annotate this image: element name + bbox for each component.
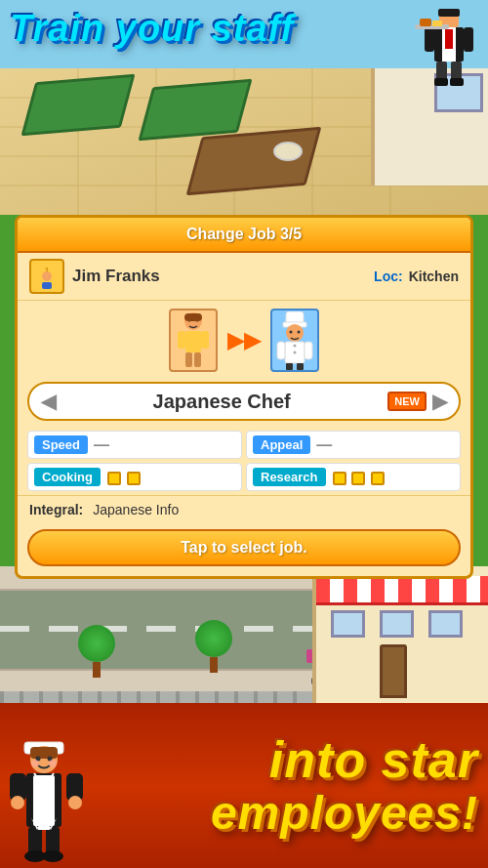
research-label: Research bbox=[253, 468, 326, 486]
table-1 bbox=[20, 74, 135, 137]
employee-name: Jim Franks bbox=[72, 267, 374, 286]
transform-arrow: ▶▶ bbox=[227, 328, 261, 353]
svg-rect-70 bbox=[28, 827, 42, 854]
bottom-banner: into star employees! bbox=[0, 703, 488, 868]
svg-rect-15 bbox=[464, 27, 473, 52]
speed-value: — bbox=[94, 436, 109, 454]
svg-rect-14 bbox=[425, 27, 434, 52]
window-3 bbox=[428, 610, 463, 638]
svg-rect-29 bbox=[178, 331, 185, 349]
loc-label: Loc: bbox=[374, 269, 403, 284]
svg-point-47 bbox=[294, 351, 297, 353]
svg-rect-21 bbox=[434, 78, 448, 86]
svg-point-73 bbox=[42, 850, 63, 862]
tree-1 bbox=[78, 625, 115, 678]
street-area bbox=[0, 566, 488, 713]
bottom-game-scene: into star employees! bbox=[0, 566, 488, 868]
speed-stat: Speed — bbox=[27, 431, 242, 459]
waiter-character bbox=[415, 5, 483, 93]
bottom-character bbox=[0, 732, 93, 868]
dialog-header: Change Job 3/5 bbox=[18, 218, 470, 253]
svg-rect-18 bbox=[432, 21, 442, 26]
table-2 bbox=[138, 79, 252, 142]
svg-rect-10 bbox=[438, 9, 460, 17]
window-1 bbox=[331, 610, 365, 638]
svg-point-63 bbox=[49, 760, 57, 767]
employee-icon: 1 bbox=[29, 259, 64, 294]
bottom-title-line2: employees! bbox=[211, 788, 478, 840]
svg-rect-65 bbox=[33, 775, 55, 826]
svg-rect-13 bbox=[445, 29, 453, 49]
svg-rect-22 bbox=[450, 78, 464, 86]
job-selector[interactable]: ◀ Japanese Chef NEW ▶ bbox=[27, 382, 461, 421]
integral-row: Integral: Japanese Info bbox=[18, 495, 470, 523]
appeal-value: — bbox=[316, 436, 332, 454]
cooking-label: Cooking bbox=[34, 468, 101, 486]
bottom-text-container: into star employees! bbox=[211, 732, 478, 840]
svg-rect-42 bbox=[286, 363, 293, 370]
svg-point-25 bbox=[42, 271, 52, 281]
integral-label: Integral: bbox=[29, 502, 83, 517]
appeal-label: Appeal bbox=[253, 435, 310, 454]
table-3 bbox=[186, 127, 322, 195]
svg-rect-31 bbox=[185, 352, 192, 367]
change-job-dialog: Change Job 3/5 1 Jim Franks Loc: Kitchen bbox=[15, 215, 473, 579]
svg-rect-71 bbox=[46, 827, 60, 854]
svg-rect-30 bbox=[201, 331, 209, 349]
svg-rect-26 bbox=[42, 282, 52, 289]
character-transform-row: ▶▶ bbox=[18, 301, 470, 376]
svg-rect-40 bbox=[277, 342, 285, 359]
svg-rect-28 bbox=[185, 331, 201, 352]
employee-row: 1 Jim Franks Loc: Kitchen bbox=[18, 253, 470, 301]
character-after bbox=[270, 309, 319, 372]
svg-point-46 bbox=[294, 344, 297, 347]
svg-rect-32 bbox=[194, 352, 201, 367]
tap-select-button[interactable]: Tap to select job. bbox=[27, 529, 461, 566]
cooking-icons bbox=[106, 469, 142, 484]
job-next-button[interactable]: ▶ bbox=[432, 390, 447, 413]
svg-rect-74 bbox=[37, 826, 51, 830]
building-right bbox=[312, 566, 488, 713]
job-prev-button[interactable]: ◀ bbox=[41, 390, 56, 413]
awning bbox=[316, 576, 488, 605]
top-title: Train your staff bbox=[10, 8, 294, 50]
job-name-label: Japanese Chef bbox=[56, 391, 387, 413]
integral-value: Japanese Info bbox=[93, 502, 179, 517]
svg-rect-17 bbox=[420, 19, 431, 26]
svg-rect-59 bbox=[30, 747, 58, 759]
loc-value: Kitchen bbox=[409, 269, 459, 284]
tree-2 bbox=[195, 620, 232, 673]
svg-point-44 bbox=[290, 330, 293, 333]
svg-rect-43 bbox=[297, 363, 304, 370]
tap-select-label: Tap to select job. bbox=[181, 539, 307, 556]
window-2 bbox=[380, 610, 414, 638]
svg-point-62 bbox=[31, 760, 39, 767]
stats-grid: Speed — Appeal — Cooking Research bbox=[18, 427, 470, 495]
plate bbox=[273, 142, 303, 161]
new-badge: NEW bbox=[387, 392, 427, 411]
svg-rect-35 bbox=[184, 313, 202, 321]
door bbox=[380, 644, 407, 698]
research-icons bbox=[332, 469, 386, 484]
svg-rect-41 bbox=[305, 342, 312, 359]
cooking-stat: Cooking bbox=[27, 463, 242, 491]
svg-point-68 bbox=[11, 796, 24, 809]
svg-point-69 bbox=[68, 796, 82, 809]
bottom-title-line1: into star bbox=[211, 732, 478, 788]
character-before bbox=[169, 309, 218, 372]
speed-label: Speed bbox=[34, 435, 88, 454]
svg-point-45 bbox=[298, 330, 301, 333]
appeal-stat: Appeal — bbox=[246, 431, 461, 459]
dialog-title: Change Job 3/5 bbox=[186, 226, 302, 242]
top-game-scene: Train your staff bbox=[0, 0, 488, 215]
research-stat: Research bbox=[246, 463, 461, 491]
